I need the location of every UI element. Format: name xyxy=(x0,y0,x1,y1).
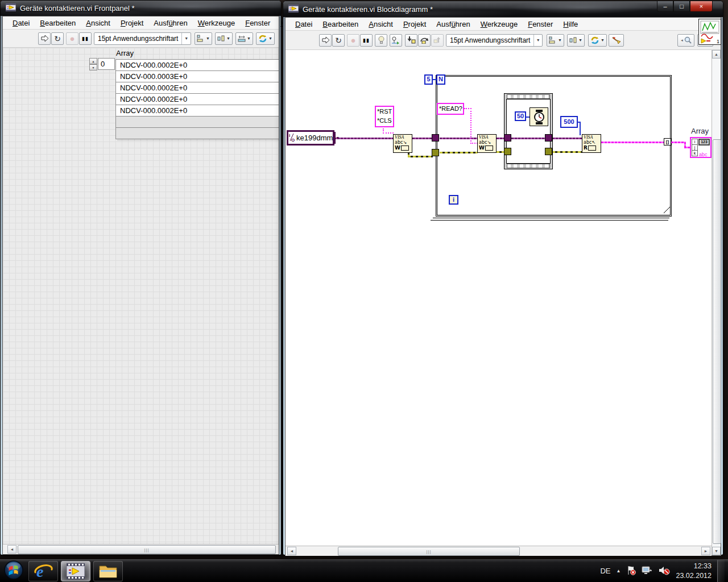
network-icon[interactable] xyxy=(642,566,653,577)
indexing-tunnel[interactable]: [] xyxy=(664,138,671,146)
action-center-icon[interactable] xyxy=(626,566,636,577)
vi-icon[interactable]: 1 xyxy=(698,19,721,45)
string-array-wire[interactable] xyxy=(601,142,664,143)
front-panel-canvas[interactable]: Array ▲ ▼ 0 NDCV-000.0002E+0 NDCV-000.00… xyxy=(3,48,279,544)
language-indicator[interactable]: DE xyxy=(600,567,610,575)
array-index-spinner[interactable]: ▲ ▼ xyxy=(89,58,97,70)
array-indicator-terminal[interactable]: i j k 123 abc xyxy=(690,137,712,158)
run-continuous-button[interactable]: ↻ xyxy=(332,34,345,47)
tunnel-error[interactable] xyxy=(504,148,511,155)
font-dropdown-icon[interactable]: ▼ xyxy=(181,33,191,44)
hscroll-thumb[interactable]: ||| xyxy=(18,545,276,554)
visa-write-node[interactable]: VISA abc↘ W xyxy=(477,134,497,153)
menu-hilfe[interactable]: Hilfe xyxy=(558,18,583,30)
distribute-objects-button[interactable]: ▼ xyxy=(215,32,233,45)
taskbar-ie-button[interactable]: e xyxy=(28,561,58,581)
array-element[interactable]: NDCV-000.0003E+0 xyxy=(115,70,279,82)
sequence-structure[interactable] xyxy=(504,93,553,169)
run-continuous-button[interactable]: ↻ xyxy=(51,32,64,45)
font-selector[interactable]: 15pt Anwendungsschriftart ▼ xyxy=(94,32,191,45)
visa-wire[interactable] xyxy=(511,138,545,139)
visa-wire[interactable] xyxy=(334,138,394,139)
menu-ausfuehren[interactable]: Ausführen xyxy=(431,18,475,30)
menu-projekt[interactable]: Projekt xyxy=(115,17,148,29)
front-panel-hscrollbar[interactable]: ◄ ||| xyxy=(3,544,279,554)
scroll-left-icon[interactable]: ◄ xyxy=(287,547,296,555)
align-objects-button[interactable]: ▼ xyxy=(547,34,564,47)
spinner-up-icon[interactable]: ▲ xyxy=(89,58,97,64)
menu-werkzeuge[interactable]: Werkzeuge xyxy=(193,17,241,29)
tunnel-error[interactable] xyxy=(432,149,439,156)
vscroll-thumb[interactable] xyxy=(713,139,721,544)
font-selector[interactable]: 15pt Anwendungsschriftart ▼ xyxy=(446,34,543,47)
tunnel-visa[interactable] xyxy=(504,134,511,142)
cleanup-diagram-button[interactable] xyxy=(609,34,624,47)
string-wire[interactable] xyxy=(383,132,394,134)
highlight-execution-button[interactable] xyxy=(375,34,387,47)
resize-corner[interactable] xyxy=(664,206,670,215)
tunnel-visa[interactable] xyxy=(545,134,552,142)
abort-button[interactable]: ● xyxy=(347,34,359,47)
run-button[interactable] xyxy=(319,34,332,47)
taskbar-clock[interactable]: 12:33 23.02.2012 xyxy=(676,562,712,581)
step-out-button[interactable] xyxy=(431,34,444,47)
block-diagram-canvas[interactable]: [] 5 N i *RST *CLS *READ? 50 500 xyxy=(286,50,712,546)
menu-fenster[interactable]: Fenster xyxy=(240,17,275,29)
tunnel-error[interactable] xyxy=(545,148,552,155)
spinner-down-icon[interactable]: ▼ xyxy=(89,64,97,70)
array-element[interactable]: NDCV-000.0002E+0 xyxy=(115,82,279,94)
bd-hscrollbar[interactable]: ◄ ||| ► xyxy=(286,546,712,556)
show-hidden-icons[interactable]: ▲ xyxy=(617,568,621,573)
menu-werkzeuge[interactable]: Werkzeuge xyxy=(475,18,523,30)
menu-projekt[interactable]: Projekt xyxy=(398,18,431,30)
step-over-button[interactable] xyxy=(418,34,431,47)
visa-write-node[interactable]: VISA abc↘ W xyxy=(393,134,412,153)
taskbar-explorer-button[interactable] xyxy=(93,561,123,581)
menu-ansicht[interactable]: Ansicht xyxy=(81,17,115,29)
bd-vscrollbar[interactable]: ▲ ▼ xyxy=(712,50,721,555)
error-wire[interactable] xyxy=(408,156,433,157)
font-dropdown-icon[interactable]: ▼ xyxy=(533,35,542,46)
resize-objects-button[interactable]: ▼ xyxy=(235,32,253,45)
show-desktop-button[interactable] xyxy=(717,560,725,582)
reorder-button[interactable]: ▼ xyxy=(256,32,275,45)
volume-muted-icon[interactable] xyxy=(659,566,670,577)
iteration-terminal[interactable]: i xyxy=(449,195,458,205)
close-button[interactable]: × xyxy=(690,1,713,12)
numeric-constant-wait[interactable]: 50 xyxy=(515,111,526,121)
visa-wire[interactable] xyxy=(412,138,433,139)
menu-bearbeiten[interactable]: Bearbeiten xyxy=(317,18,363,30)
string-wire[interactable] xyxy=(470,108,471,144)
menu-fenster[interactable]: Fenster xyxy=(523,18,558,30)
array-element[interactable]: NDCV-000.0002E+0 xyxy=(115,93,279,105)
string-constant-read[interactable]: *READ? xyxy=(437,103,464,115)
visa-wire[interactable] xyxy=(497,138,504,139)
error-wire[interactable] xyxy=(440,152,478,153)
scroll-up-icon[interactable]: ▲ xyxy=(712,50,721,59)
menu-bearbeiten[interactable]: Bearbeiten xyxy=(35,17,81,29)
align-objects-button[interactable]: ▼ xyxy=(195,32,212,45)
hscroll-thumb[interactable]: ||| xyxy=(338,547,520,556)
taskbar-labview-button[interactable] xyxy=(61,561,90,581)
retain-wire-values-button[interactable] xyxy=(390,34,402,47)
menu-datei[interactable]: Datei xyxy=(290,18,317,30)
array-element[interactable]: NDCV-000.0002E+0 xyxy=(115,105,279,117)
maximize-button[interactable]: □ xyxy=(673,1,690,12)
start-button[interactable] xyxy=(3,560,24,582)
pause-button[interactable]: ▮▮ xyxy=(360,34,373,47)
menu-datei[interactable]: Datei xyxy=(7,17,35,29)
numeric-wire[interactable] xyxy=(580,122,581,135)
visa-wire[interactable] xyxy=(552,138,582,139)
menu-ansicht[interactable]: Ansicht xyxy=(363,18,398,30)
reorder-button[interactable]: ▼ xyxy=(588,34,607,47)
front-panel-titlebar[interactable]: Geräte kontaktieren.vi Frontpanel * xyxy=(1,1,281,16)
scroll-right-icon[interactable]: ► xyxy=(701,547,710,555)
error-wire[interactable] xyxy=(497,151,504,153)
step-into-button[interactable] xyxy=(405,34,417,47)
wait-ms-node[interactable] xyxy=(530,107,548,126)
numeric-constant-loop-count[interactable]: 5 xyxy=(424,74,433,85)
menu-ausfuehren[interactable]: Ausführen xyxy=(148,17,192,29)
minimize-button[interactable]: – xyxy=(657,1,673,12)
string-constant-init[interactable]: *RST *CLS xyxy=(375,106,394,127)
error-wire[interactable] xyxy=(552,151,582,153)
